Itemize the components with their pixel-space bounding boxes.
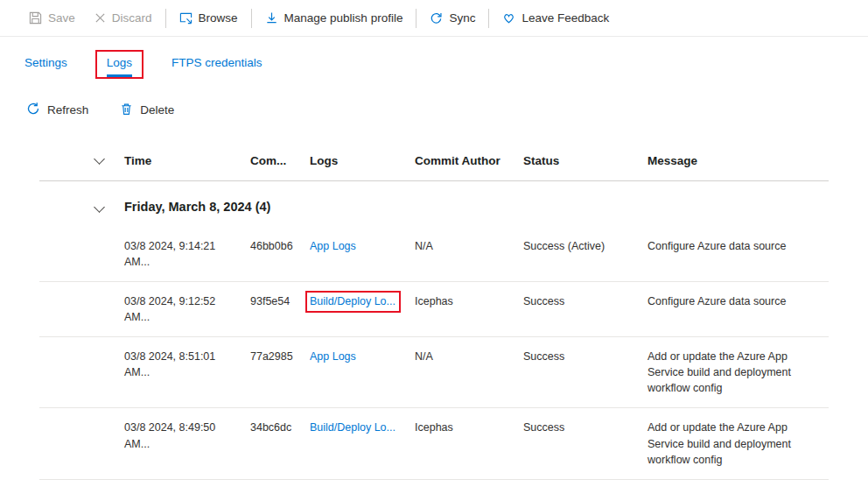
tab-ftps-credentials-label: FTPS credentials — [172, 56, 262, 77]
time-cell: 03/8 2024, 8:49:50 AM... — [124, 408, 250, 462]
save-label: Save — [48, 11, 75, 25]
commit-author-cell: N/A — [415, 337, 523, 376]
row-expand-cell — [39, 408, 124, 431]
commit-author-cell: Icephas — [415, 282, 523, 321]
browse-button[interactable]: Browse — [170, 11, 248, 25]
group-title: Friday, March 8, 2024 (4) — [124, 181, 829, 227]
refresh-button[interactable]: Refresh — [26, 102, 88, 118]
toolbar-divider — [165, 9, 166, 28]
group-row[interactable]: Friday, March 8, 2024 (4) — [39, 181, 829, 227]
time-cell: 03/8 2024, 9:12:52 AM... — [124, 282, 250, 336]
tab-bar: Settings Logs FTPS credentials — [0, 37, 868, 79]
tab-ftps-credentials[interactable]: FTPS credentials — [172, 50, 262, 77]
table-row[interactable]: 03/8 2024, 9:12:52 AM... 93f5e54 Build/D… — [39, 282, 829, 337]
sync-button[interactable]: Sync — [420, 11, 485, 25]
column-header-commit-author[interactable]: Commit Author — [415, 145, 523, 180]
message-cell: Add or update the Azure App Service buil… — [648, 408, 829, 478]
logs-table: Time Com... Logs Commit Author Status Me… — [39, 145, 829, 480]
table-row[interactable]: 03/8 2024, 8:51:01 AM... 77a2985 App Log… — [39, 337, 829, 408]
toolbar-divider — [488, 9, 489, 28]
tab-settings[interactable]: Settings — [24, 50, 67, 77]
deployment-center-page: Save Discard Browse — [0, 0, 868, 480]
save-button[interactable]: Save — [19, 11, 85, 25]
status-cell: Success — [523, 337, 648, 376]
refresh-label: Refresh — [47, 103, 88, 116]
commit-cell: 34bc6dc — [250, 408, 310, 447]
status-cell: Success — [523, 282, 648, 321]
command-bar: Save Discard Browse — [0, 0, 868, 37]
logs-link[interactable]: Build/Deploy Lo... — [310, 421, 396, 434]
toolbar-divider — [416, 9, 416, 28]
toolbar-divider — [251, 9, 252, 28]
commit-cell: 77a2985 — [250, 337, 310, 376]
browse-label: Browse — [199, 11, 238, 25]
sync-label: Sync — [449, 11, 475, 25]
column-header-time[interactable]: Time — [124, 145, 250, 180]
commit-author-cell: N/A — [415, 227, 523, 265]
manage-publish-profile-label: Manage publish profile — [284, 11, 403, 25]
delete-label: Delete — [140, 103, 174, 116]
leave-feedback-label: Leave Feedback — [522, 11, 609, 25]
status-cell: Success — [523, 408, 648, 447]
time-cell: 03/8 2024, 9:14:21 AM... — [124, 227, 250, 281]
delete-icon — [120, 102, 133, 118]
discard-icon — [94, 12, 106, 24]
logs-link[interactable]: Build/Deploy Lo... — [310, 295, 396, 307]
row-expand-cell — [39, 227, 124, 250]
row-expand-cell — [39, 282, 124, 305]
chevron-down-icon[interactable] — [94, 201, 105, 213]
save-icon — [29, 11, 42, 25]
browse-icon — [179, 11, 192, 25]
column-header-message[interactable]: Message — [648, 145, 829, 180]
column-header-commit[interactable]: Com... — [250, 145, 310, 180]
commit-cell: 93f5e54 — [250, 282, 310, 321]
time-cell: 03/8 2024, 8:51:01 AM... — [124, 337, 250, 392]
column-header-logs[interactable]: Logs — [310, 145, 415, 180]
heart-icon — [502, 11, 515, 25]
discard-label: Discard — [112, 11, 152, 25]
download-icon — [265, 11, 278, 25]
commit-author-cell: Icephas — [415, 408, 523, 447]
group-expand-cell — [39, 181, 124, 222]
chevron-down-icon[interactable] — [94, 153, 105, 165]
expand-all-cell — [39, 145, 124, 173]
logs-link[interactable]: App Logs — [310, 240, 356, 252]
message-cell: Add or update the Azure App Service buil… — [648, 337, 829, 407]
leave-feedback-button[interactable]: Leave Feedback — [493, 11, 619, 25]
manage-publish-profile-button[interactable]: Manage publish profile — [256, 11, 413, 25]
sync-icon — [430, 11, 443, 25]
logs-link[interactable]: App Logs — [310, 350, 356, 363]
discard-button[interactable]: Discard — [85, 11, 162, 25]
tab-settings-label: Settings — [24, 56, 67, 77]
delete-button[interactable]: Delete — [120, 102, 174, 118]
annotation-box: Build/Deploy Lo... — [305, 291, 401, 313]
status-cell: Success (Active) — [523, 227, 648, 265]
tab-logs[interactable]: Logs — [95, 50, 144, 79]
message-cell: Configure Azure data source — [648, 227, 829, 265]
log-command-row: Refresh Delete — [0, 102, 868, 118]
column-header-status[interactable]: Status — [523, 145, 648, 180]
table-header-row: Time Com... Logs Commit Author Status Me… — [39, 145, 829, 181]
table-row[interactable]: 03/8 2024, 8:49:50 AM... 34bc6dc Build/D… — [39, 408, 829, 479]
tab-logs-label: Logs — [107, 56, 132, 77]
row-expand-cell — [39, 337, 124, 360]
refresh-icon — [26, 102, 40, 118]
table-row[interactable]: 03/8 2024, 9:14:21 AM... 46bb0b6 App Log… — [39, 227, 829, 282]
commit-cell: 46bb0b6 — [250, 227, 310, 265]
message-cell: Configure Azure data source — [648, 282, 829, 321]
